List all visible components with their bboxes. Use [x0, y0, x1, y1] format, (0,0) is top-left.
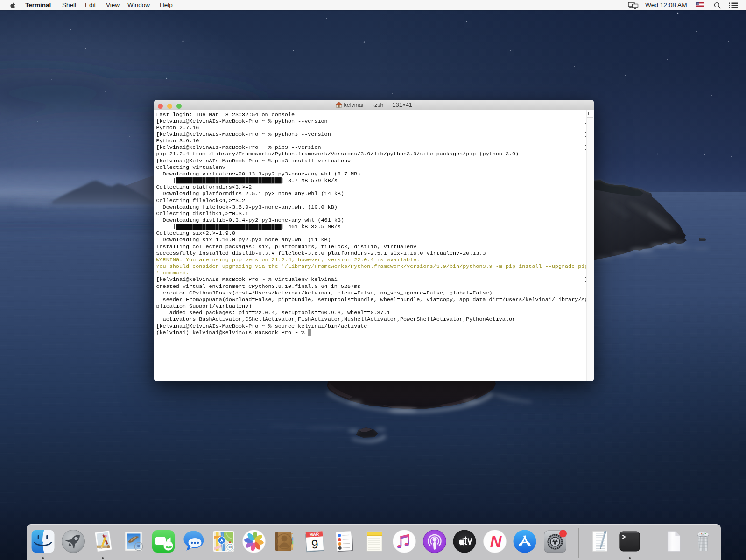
svg-text:9: 9: [311, 537, 319, 551]
svg-text:1: 1: [561, 531, 564, 536]
svg-text:3D: 3D: [228, 545, 232, 549]
svg-text:MAR: MAR: [309, 532, 319, 537]
svg-text:N: N: [490, 532, 502, 550]
